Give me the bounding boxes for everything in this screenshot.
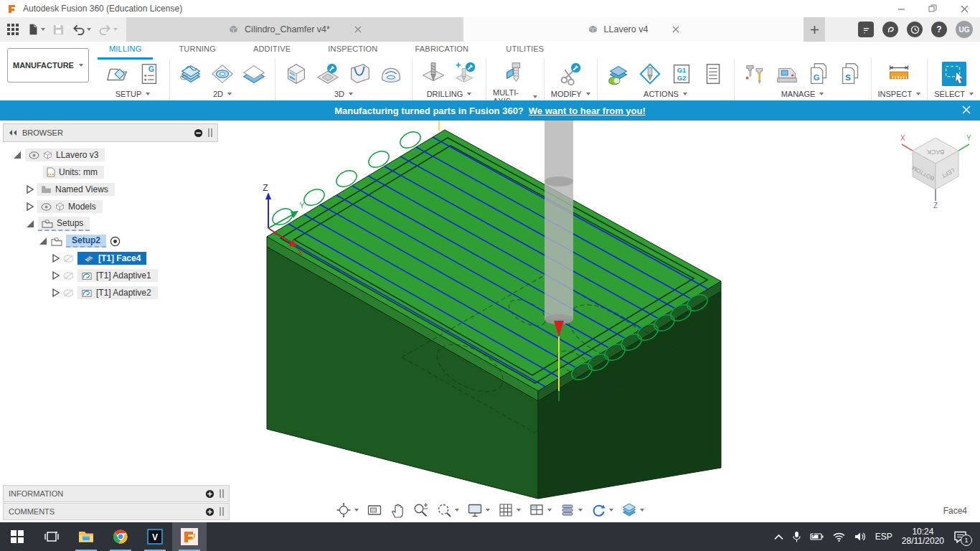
minimize-button[interactable] (885, 0, 917, 17)
2d-adaptive-button[interactable] (176, 60, 205, 88)
hidden-eye-icon[interactable] (63, 272, 74, 280)
drill-button[interactable] (419, 60, 448, 88)
information-panel-header[interactable]: INFORMATION (3, 485, 230, 502)
panel-grip[interactable] (208, 128, 212, 137)
collapsed-icon[interactable] (52, 254, 60, 263)
template-document-button[interactable]: S (836, 60, 864, 88)
simulate-button[interactable] (604, 60, 633, 88)
zoom-window-button[interactable] (435, 501, 460, 519)
expand-panel-icon[interactable] (205, 489, 215, 499)
post-process-button[interactable] (636, 60, 664, 88)
view-cube[interactable]: BACK BOTTOM LEFT X Y Z (897, 128, 974, 208)
document-tab-llavero[interactable]: LLavero v4 (463, 17, 804, 42)
language-indicator[interactable]: ESP (875, 532, 892, 542)
panel-grip[interactable] (220, 507, 224, 516)
file-menu-button[interactable] (25, 22, 47, 37)
task-view-button[interactable] (34, 522, 69, 551)
steps-button[interactable] (559, 501, 583, 519)
file-explorer-button[interactable] (69, 522, 103, 551)
tab-close-icon[interactable] (354, 26, 362, 33)
g1g2-button[interactable]: G1G2 (667, 60, 696, 88)
document-tab-cilindro[interactable]: Cilindro_Chamfer v4* (126, 17, 463, 42)
tree-item-root[interactable]: LLavero v3 (3, 146, 218, 164)
group-drilling-label[interactable]: DRILLING (427, 90, 472, 98)
tray-chevron-icon[interactable] (774, 534, 783, 540)
expanded-icon[interactable] (26, 220, 34, 228)
tree-item-setups[interactable]: Setups (3, 215, 218, 232)
tree-item-adaptive2[interactable]: [T1] Adaptive2 (3, 284, 218, 301)
help-button[interactable]: ? (931, 22, 947, 37)
wifi-icon[interactable] (833, 532, 845, 542)
pan-button[interactable] (390, 501, 405, 519)
tab-additive[interactable]: ADDITIVE (250, 44, 293, 57)
banner-close-icon[interactable] (961, 105, 971, 115)
chrome-button[interactable] (103, 522, 138, 551)
drill-custom-button[interactable] (451, 60, 479, 88)
display-settings-button[interactable] (466, 501, 491, 519)
gcode-document-button[interactable]: G (804, 60, 833, 88)
start-button[interactable] (0, 522, 34, 551)
expanded-icon[interactable] (13, 151, 22, 159)
panel-grip[interactable] (220, 489, 224, 498)
new-setup-button[interactable] (103, 60, 131, 88)
group-actions-label[interactable]: ACTIONS (644, 90, 687, 98)
trim-toolpath-button[interactable] (556, 60, 585, 88)
tree-item-named-views[interactable]: Named Views (3, 181, 218, 198)
remove-panel-icon[interactable] (194, 128, 203, 138)
hidden-eye-icon[interactable] (63, 255, 74, 263)
group-2d-label[interactable]: 2D (213, 90, 232, 98)
tab-close-icon[interactable] (672, 26, 679, 33)
tab-inspection[interactable]: INSPECTION (325, 44, 380, 57)
battery-icon[interactable] (810, 532, 824, 541)
redo-button[interactable] (97, 22, 119, 37)
look-at-button[interactable] (366, 501, 383, 519)
tool-library-button[interactable] (741, 60, 770, 88)
clock[interactable]: 10:24 28/11/2020 (902, 527, 944, 546)
expand-panel-icon[interactable] (205, 507, 215, 517)
2d-face-button[interactable] (240, 60, 268, 88)
group-setup-label[interactable]: SETUP (116, 90, 151, 98)
visible-eye-icon[interactable] (41, 203, 52, 211)
tree-item-units[interactable]: Units: mm (3, 164, 218, 181)
collapsed-icon[interactable] (26, 185, 34, 194)
tree-item-adaptive1[interactable]: [T1] Adaptive1 (3, 267, 218, 284)
app-grid-button[interactable] (6, 22, 21, 37)
extensions-button[interactable] (882, 22, 898, 37)
collapsed-icon[interactable] (52, 271, 60, 280)
collapsed-icon[interactable] (52, 288, 60, 297)
grid-button[interactable] (497, 501, 522, 519)
close-button[interactable] (948, 0, 980, 17)
feedback-button[interactable] (858, 22, 874, 37)
save-button[interactable] (51, 22, 66, 37)
expanded-icon[interactable] (39, 237, 47, 245)
workspace-switcher[interactable]: MANUFACTURE (7, 48, 89, 83)
refresh-button[interactable] (590, 501, 614, 519)
group-manage-label[interactable]: MANAGE (781, 90, 824, 98)
speaker-icon[interactable] (854, 532, 866, 542)
2d-pocket-button[interactable] (208, 60, 237, 88)
browser-header[interactable]: BROWSER (3, 123, 218, 142)
measure-button[interactable] (885, 60, 913, 88)
tree-item-face4[interactable]: [T1] Face4 (3, 250, 218, 267)
visible-eye-icon[interactable] (29, 151, 39, 159)
orbit-button[interactable] (335, 501, 359, 519)
fusion360-taskbar-button[interactable] (172, 522, 207, 551)
zoom-button[interactable] (412, 501, 429, 519)
3d-contour-button[interactable] (345, 60, 374, 88)
group-modify-label[interactable]: MODIFY (551, 90, 590, 98)
action-center-button[interactable]: 1 (953, 531, 967, 543)
tab-turning[interactable]: TURNING (176, 44, 219, 57)
user-avatar[interactable]: UG (956, 21, 973, 38)
viewports-button[interactable] (528, 501, 552, 519)
collapse-panel-icon[interactable] (9, 129, 17, 136)
group-select-label[interactable]: SELECT (934, 90, 974, 98)
tree-item-setup2[interactable]: Setup2 (3, 232, 218, 250)
undo-button[interactable] (70, 22, 93, 37)
3d-scallop-button[interactable] (377, 60, 405, 88)
tab-milling[interactable]: MILLING (106, 44, 144, 57)
job-status-button[interactable] (907, 22, 923, 37)
select-window-button[interactable] (940, 60, 969, 88)
toolpath-display-button[interactable] (621, 501, 645, 519)
banner-link[interactable]: We want to hear from you! (529, 105, 646, 116)
machine-library-button[interactable] (773, 60, 801, 88)
